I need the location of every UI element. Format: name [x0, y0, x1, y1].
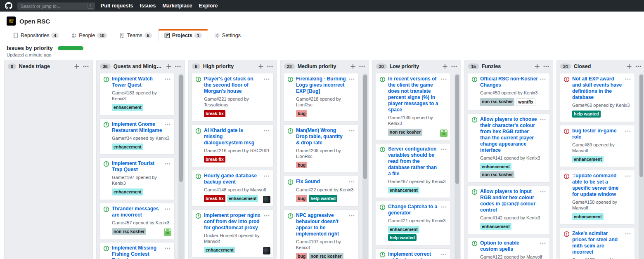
plus-icon[interactable] [73, 63, 80, 70]
project-card[interactable]: Server configuration variables should be… [376, 143, 451, 198]
card-title[interactable]: Man(Men) Wrong Drop table, quantity & dr… [296, 127, 347, 146]
column-scrollbar-thumb[interactable] [363, 75, 367, 179]
card-title[interactable]: Implement proper nginx conf from dev int… [204, 212, 262, 231]
label-enhancement[interactable]: enhancement [480, 163, 511, 170]
org-name[interactable]: Open RSC [19, 18, 50, 25]
project-card[interactable]: Implement correct adding/removing friend… [376, 248, 451, 259]
plus-icon[interactable] [166, 63, 172, 70]
kebab-icon[interactable] [440, 204, 447, 210]
kebab-icon[interactable] [164, 206, 171, 212]
label-help-wanted[interactable]: help wanted [572, 111, 601, 118]
project-title[interactable]: Issues by priority [7, 45, 53, 51]
card-title[interactable]: bug tester in-game role [572, 128, 623, 140]
project-card[interactable]: Not all EXP award and skill events have … [560, 73, 635, 122]
label-enhancement[interactable]: enhancement [227, 195, 258, 202]
label-enhancement[interactable]: enhancement [112, 144, 143, 151]
kebab-icon[interactable] [625, 76, 631, 82]
kebab-icon[interactable] [540, 188, 546, 195]
tab-people[interactable]: People10 [65, 29, 113, 41]
project-card[interactable]: Allow players to input RGB and/or hex co… [468, 186, 550, 235]
label-enhancement[interactable]: enhancement [480, 223, 511, 230]
project-card[interactable]: ::update command able to be set a specif… [560, 170, 635, 225]
kebab-icon[interactable] [625, 128, 631, 134]
tab-projects[interactable]: Projects1 [158, 29, 208, 41]
label-wontfix[interactable]: wontfix [516, 98, 535, 106]
project-card[interactable]: Man(Men) Wrong Drop table, quantity & dr… [284, 125, 359, 173]
label-bug[interactable]: bug [296, 195, 307, 202]
label-enhancement[interactable]: enhancement [572, 213, 604, 220]
project-card[interactable]: Zeke's scimitar prices for steel and mit… [560, 228, 635, 259]
card-title[interactable]: Implement correct adding/removing friend… [388, 251, 439, 259]
label-non-rsc-kosher[interactable]: non rsc kosher [309, 253, 343, 259]
card-title[interactable]: Implement Gnome Restaurant Minigame [112, 121, 163, 134]
org-avatar[interactable]: Open RSC [7, 16, 16, 26]
card-title[interactable]: Server configuration variables should be… [388, 146, 439, 177]
topnav-link-issues[interactable]: Issues [140, 3, 156, 9]
card-title[interactable]: Implement Missing Fishing Contest Behavi… [112, 245, 163, 259]
search-input[interactable] [17, 2, 95, 10]
card-title[interactable]: Change Captcha to a generator [388, 204, 439, 216]
column-scrollbar-thumb[interactable] [639, 75, 643, 177]
card-title[interactable]: In recent versions of the client the gam… [388, 76, 439, 113]
card-title[interactable]: Allow players to input RGB and/or hex co… [480, 188, 538, 213]
label-enhancement[interactable]: enhancement [388, 226, 419, 233]
label-break-fix[interactable]: break-fix [204, 156, 225, 163]
project-card[interactable]: Thrander messages are incorrectGame#57 o… [99, 203, 175, 240]
label-bug[interactable]: bug [296, 110, 307, 117]
plus-icon[interactable] [534, 63, 540, 70]
card-title[interactable]: Official RSC non-Kosher Changes [480, 76, 538, 88]
topnav-link-marketplace[interactable]: Marketplace [162, 3, 192, 9]
project-card[interactable]: Option to enable custom spellsGame#122 o… [468, 237, 550, 259]
label-non-rsc-kosher[interactable]: non rsc kosher [112, 228, 146, 235]
kebab-icon[interactable] [263, 76, 270, 82]
kebab-icon[interactable] [348, 212, 355, 219]
kebab-icon[interactable] [625, 231, 631, 237]
kebab-icon[interactable] [540, 240, 546, 247]
label-non-rsc-kosher[interactable]: non rsc kosher [388, 129, 422, 136]
label-bug[interactable]: bug [296, 253, 307, 259]
project-card[interactable]: Hourly game database backup eventGame#14… [192, 170, 274, 207]
tab-settings[interactable]: Settings [208, 29, 247, 41]
project-card[interactable]: Implement Watch Tower QuestGame#183 open… [99, 73, 175, 115]
kebab-icon[interactable] [348, 179, 355, 185]
project-card[interactable]: Firemaking - Burning Logs gives incorrec… [284, 73, 359, 122]
project-card[interactable]: bug tester in-game roleGame#89 opened by… [560, 125, 635, 167]
kebab-icon[interactable] [267, 63, 273, 70]
label-enhancement[interactable]: enhancement [112, 104, 143, 111]
label-non-rsc-kosher[interactable]: non rsc kosher [480, 171, 514, 178]
label-help-wanted[interactable]: help wanted [309, 195, 337, 202]
kebab-icon[interactable] [164, 245, 171, 252]
project-card[interactable]: Fix SoundGame#22 opened by Kenix3bughelp… [284, 176, 359, 207]
project-card[interactable]: Change Captcha to a generatorGame#21 ope… [376, 201, 451, 245]
project-card[interactable]: Implement Tourist Trap QuestGame#197 ope… [99, 158, 175, 200]
card-title[interactable]: Hourly game database backup event [204, 173, 262, 185]
column-scrollbar-thumb[interactable] [179, 75, 183, 182]
project-card[interactable]: Implement Gnome Restaurant MinigameGame#… [99, 118, 175, 155]
card-title[interactable]: Player's get stuck on the second floor o… [204, 76, 262, 94]
card-title[interactable]: Zeke's scimitar prices for steel and mit… [572, 231, 623, 255]
kebab-icon[interactable] [440, 76, 447, 82]
kebab-icon[interactable] [540, 76, 546, 82]
kebab-icon[interactable] [625, 173, 631, 179]
label-bug[interactable]: bug [296, 162, 307, 169]
label-enhancement[interactable]: enhancement [572, 156, 604, 163]
tab-repositories[interactable]: Repositories4 [7, 29, 65, 41]
label-break-fix[interactable]: break-fix [204, 110, 225, 117]
kebab-icon[interactable] [440, 251, 447, 258]
card-title[interactable]: Implement Tourist Trap Quest [112, 160, 163, 173]
column-scrollbar-thumb[interactable] [455, 75, 459, 184]
project-card[interactable]: Player's get stuck on the second floor o… [192, 73, 274, 122]
card-title[interactable]: Firemaking - Burning Logs gives incorrec… [296, 76, 347, 94]
kebab-icon[interactable] [164, 160, 171, 167]
project-card[interactable]: Implement proper nginx conf from dev int… [192, 210, 274, 258]
project-card[interactable]: Implement Missing Fishing Contest Behavi… [99, 242, 175, 259]
kebab-icon[interactable] [263, 212, 270, 219]
label-non-rsc-kosher[interactable]: non rsc kosher [480, 98, 514, 106]
kebab-icon[interactable] [348, 76, 355, 82]
github-logo-icon[interactable] [5, 2, 12, 9]
card-title[interactable]: Not all EXP award and skill events have … [572, 76, 623, 101]
topnav-link-pull-requests[interactable]: Pull requests [101, 3, 133, 9]
topnav-link-explore[interactable]: Explore [199, 3, 218, 9]
card-title[interactable]: Implement Watch Tower Quest [112, 76, 163, 88]
kebab-icon[interactable] [348, 127, 355, 134]
